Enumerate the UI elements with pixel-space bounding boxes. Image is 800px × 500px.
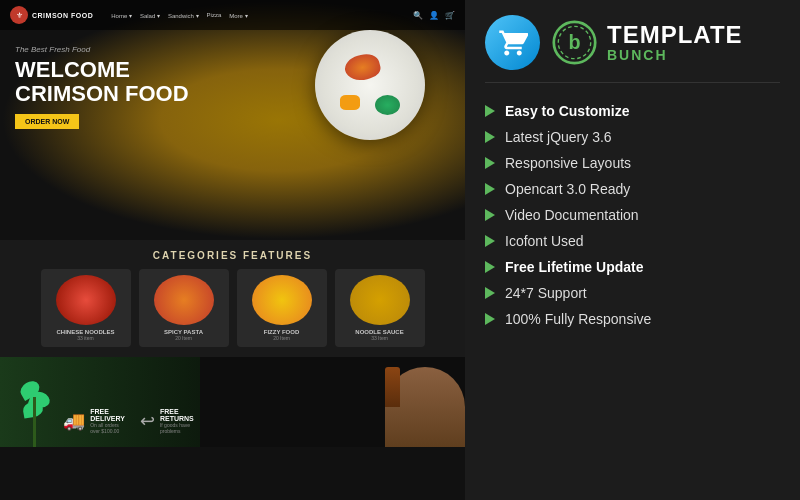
category-image-4 <box>350 275 410 325</box>
category-item: SPICY PASTA 20 Item <box>139 269 229 347</box>
feature-item: Opencart 3.0 Ready <box>485 179 780 199</box>
bottom-section: 🚚 FREE DELIVERY On all orders over $100.… <box>0 357 465 447</box>
cart-nav-icon: 🛒 <box>445 11 455 20</box>
feature-item: Latest jQuery 3.6 <box>485 127 780 147</box>
nav-link-more: More ▾ <box>229 12 247 19</box>
feature-arrow-icon <box>485 131 495 143</box>
hero-section: ⚜ CRIMSON FOOD Home ▾ Salad ▾ Sandwich ▾… <box>0 0 465 240</box>
feature-item: 100% Fully Responsive <box>485 309 780 329</box>
website-preview: ⚜ CRIMSON FOOD Home ▾ Salad ▾ Sandwich ▾… <box>0 0 465 500</box>
delivery-title: FREE DELIVERY <box>90 408 125 422</box>
nav-link-sandwich: Sandwich ▾ <box>168 12 199 19</box>
features-list: Easy to CustomizeLatest jQuery 3.6Respon… <box>485 101 780 485</box>
feature-label: Video Documentation <box>505 207 639 223</box>
brand-name-bunch: BUNCH <box>607 47 743 63</box>
feature-label: Icofont Used <box>505 233 584 249</box>
website-preview-panel: ⚜ CRIMSON FOOD Home ▾ Salad ▾ Sandwich ▾… <box>0 0 465 500</box>
feature-item: Icofont Used <box>485 231 780 251</box>
logo-icon: ⚜ <box>10 6 28 24</box>
feature-item: Responsive Layouts <box>485 153 780 173</box>
feature-item: Video Documentation <box>485 205 780 225</box>
category-image-2 <box>154 275 214 325</box>
search-icon: 🔍 <box>413 11 423 20</box>
feature-label: Latest jQuery 3.6 <box>505 129 612 145</box>
order-now-button[interactable]: ORDER NOW <box>15 114 79 129</box>
nav-link-salad: Salad ▾ <box>140 12 160 19</box>
plate-circle <box>315 30 425 140</box>
logo-text: CRIMSON FOOD <box>32 12 93 19</box>
brand-logo-area: b TEMPLATE BUNCH <box>552 20 743 65</box>
category-item: CHINESE NOODLES 33 item <box>41 269 131 347</box>
templatebunch-logo: b <box>552 20 597 65</box>
feature-arrow-icon <box>485 235 495 247</box>
feature-arrow-icon <box>485 209 495 221</box>
herb-stem <box>33 397 36 447</box>
herb-visual <box>15 377 55 447</box>
feature-label: Responsive Layouts <box>505 155 631 171</box>
hero-title-line1: WELCOME <box>15 57 130 82</box>
preview-nav: ⚜ CRIMSON FOOD Home ▾ Salad ▾ Sandwich ▾… <box>0 0 465 30</box>
category-count-3: 20 Item <box>243 335 321 341</box>
feature-item: Easy to Customize <box>485 101 780 121</box>
user-icon: 👤 <box>429 11 439 20</box>
feature-item: 24*7 Support <box>485 283 780 303</box>
category-count-1: 33 item <box>47 335 125 341</box>
cart-icon <box>498 28 528 58</box>
category-count-2: 20 Item <box>145 335 223 341</box>
delivery-truck-icon: 🚚 <box>63 410 85 432</box>
feature-arrow-icon <box>485 105 495 117</box>
cart-icon-container <box>485 15 540 70</box>
category-count-4: 33 Item <box>341 335 419 341</box>
hand-spice-visual <box>355 357 465 447</box>
feature-arrow-icon <box>485 183 495 195</box>
feature-label: Easy to Customize <box>505 103 629 119</box>
feature-label: Opencart 3.0 Ready <box>505 181 630 197</box>
feature-label: 100% Fully Responsive <box>505 311 651 327</box>
returns-subtitle: If goods have problems <box>160 422 194 434</box>
bottom-left: 🚚 FREE DELIVERY On all orders over $100.… <box>0 357 200 447</box>
delivery-subtitle: On all orders over $100.00 <box>90 422 125 434</box>
feature-label: Free Lifetime Update <box>505 259 643 275</box>
food-on-plate <box>335 50 405 120</box>
right-panel: b TEMPLATE BUNCH Easy to CustomizeLatest… <box>465 0 800 500</box>
feature-arrow-icon <box>485 157 495 169</box>
feature-arrow-icon <box>485 261 495 273</box>
spice-visual <box>385 367 400 407</box>
food-item-shrimp <box>342 51 382 84</box>
food-plate <box>315 30 435 150</box>
feature-item: Free Lifetime Update <box>485 257 780 277</box>
feature-arrow-icon <box>485 287 495 299</box>
categories-title: CATEGORIES FEATURES <box>10 250 455 261</box>
brand-name-template: TEMPLATE <box>607 23 743 47</box>
branding-row: b TEMPLATE BUNCH <box>485 15 780 83</box>
delivery-text: FREE DELIVERY On all orders over $100.00 <box>90 408 125 434</box>
category-item: NOODLE SAUCE 33 Item <box>335 269 425 347</box>
category-image-3 <box>252 275 312 325</box>
category-item: FIZZY FOOD 20 Item <box>237 269 327 347</box>
categories-grid: CHINESE NOODLES 33 item SPICY PASTA 20 I… <box>10 269 455 347</box>
food-item-sauce <box>340 95 360 110</box>
brand-name-area: TEMPLATE BUNCH <box>607 23 743 63</box>
category-image-1 <box>56 275 116 325</box>
returns-text: FREE RETURNS If goods have problems <box>160 408 194 434</box>
nav-link-pizza: Pizza <box>207 12 222 19</box>
hero-title-line2: CRIMSON FOOD <box>15 81 189 106</box>
svg-text:b: b <box>568 31 580 53</box>
food-item-greens <box>375 95 400 115</box>
returns-item: ↩ FREE RETURNS If goods have problems <box>140 408 194 434</box>
nav-logo: ⚜ CRIMSON FOOD <box>10 6 93 24</box>
returns-title: FREE RETURNS <box>160 408 194 422</box>
nav-link-home: Home ▾ <box>111 12 132 19</box>
delivery-item: 🚚 FREE DELIVERY On all orders over $100.… <box>63 408 125 434</box>
feature-arrow-icon <box>485 313 495 325</box>
feature-label: 24*7 Support <box>505 285 587 301</box>
nav-links: Home ▾ Salad ▾ Sandwich ▾ Pizza More ▾ <box>111 12 247 19</box>
categories-section: CATEGORIES FEATURES CHINESE NOODLES 33 i… <box>0 240 465 357</box>
returns-icon: ↩ <box>140 410 155 432</box>
nav-icons: 🔍 👤 🛒 <box>413 11 455 20</box>
